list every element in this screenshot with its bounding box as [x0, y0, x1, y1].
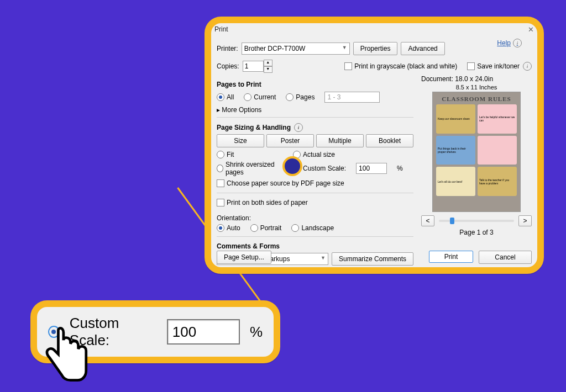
preview-card: Let's all do our best! — [436, 167, 475, 196]
tab-poster[interactable]: Poster — [266, 134, 314, 147]
custom-scale-pct: % — [397, 165, 403, 172]
grayscale-checkbox[interactable]: Print in grayscale (black and white) — [344, 62, 457, 70]
orient-auto[interactable]: Auto — [217, 224, 240, 232]
radio-current[interactable]: Current — [244, 93, 276, 101]
preview-poster-title: CLASSROOM RULES — [436, 96, 517, 102]
help-link[interactable]: Help i — [497, 39, 522, 47]
preview-prev-button[interactable]: < — [421, 215, 434, 226]
orient-portrait[interactable]: Portrait — [250, 224, 282, 232]
printer-label: Printer: — [217, 45, 238, 52]
print-preview: CLASSROOM RULES Keep our classroom clean… — [432, 92, 521, 212]
spinner-down-icon[interactable]: ▼ — [264, 66, 272, 73]
preview-next-button[interactable]: > — [518, 215, 532, 226]
copies-spinner[interactable]: ▲▼ — [243, 60, 272, 73]
sizing-title: Page Sizing & Handling i — [217, 123, 413, 132]
preview-card: Talk to the teacher if you have a proble… — [478, 167, 517, 196]
pages-to-print-title: Pages to Print — [217, 81, 413, 88]
preview-card: Keep our classroom clean — [436, 104, 475, 134]
cancel-button[interactable]: Cancel — [479, 251, 532, 264]
info-icon[interactable]: i — [294, 123, 303, 132]
more-options-toggle[interactable]: ▸ More Options — [217, 106, 413, 114]
tab-multiple[interactable]: Multiple — [316, 134, 364, 147]
dialog-title: Print — [214, 25, 228, 33]
choose-paper-checkbox[interactable]: Choose paper source by PDF page size — [217, 179, 344, 187]
pages-range-input[interactable]: 1 - 3 — [324, 92, 380, 103]
radio-all[interactable]: All — [217, 93, 234, 101]
preview-card: Put things back in their proper shelves — [436, 136, 475, 165]
radio-shrink[interactable]: Shrink oversized pages — [217, 161, 283, 176]
radio-pages[interactable]: Pages — [286, 93, 315, 101]
info-icon[interactable]: i — [523, 62, 532, 71]
tab-size[interactable]: Size — [217, 134, 264, 147]
spinner-up-icon[interactable]: ▲ — [264, 60, 272, 66]
close-icon[interactable]: ✕ — [528, 25, 534, 34]
paper-size-info: 8.5 x 11 Inches — [421, 84, 532, 91]
print-both-sides-checkbox[interactable]: Print on both sides of paper — [217, 199, 308, 206]
page-indicator: Page 1 of 3 — [421, 229, 532, 236]
page-setup-button[interactable]: Page Setup... — [217, 251, 271, 264]
document-info: Document: 18.0 x 24.0in — [421, 75, 532, 83]
orientation-title: Orientation: — [217, 214, 413, 222]
printer-select[interactable]: Brother DCP-T700W ▼ — [242, 43, 350, 55]
copies-label: Copies: — [217, 62, 239, 70]
custom-scale-input[interactable]: 100 — [356, 163, 387, 174]
info-icon: i — [513, 39, 522, 47]
print-button[interactable]: Print — [429, 251, 473, 263]
chevron-down-icon: ▼ — [342, 45, 347, 50]
printer-select-value: Brother DCP-T700W — [244, 45, 306, 52]
comments-title: Comments & Forms — [217, 242, 413, 250]
print-dialog-frame: Print ✕ Help i Printer: Brother DCP-T700… — [205, 17, 544, 274]
dialog-titlebar: Print ✕ — [211, 23, 537, 36]
saveink-checkbox[interactable]: Save ink/toner — [467, 62, 520, 70]
radio-actual-size[interactable]: Actual size — [293, 151, 335, 158]
advanced-button[interactable]: Advanced — [401, 42, 444, 55]
radio-fit[interactable]: Fit — [217, 151, 283, 158]
help-label: Help — [497, 39, 511, 47]
tab-booklet[interactable]: Booklet — [366, 134, 413, 147]
orient-landscape[interactable]: Landscape — [291, 224, 334, 232]
print-dialog: Print ✕ Help i Printer: Brother DCP-T700… — [211, 23, 537, 267]
radio-custom-scale[interactable]: Custom Scale: — [293, 165, 346, 172]
preview-zoom-slider[interactable] — [439, 220, 514, 222]
saveink-label: Save ink/toner — [477, 62, 520, 70]
copies-input[interactable] — [243, 61, 264, 72]
preview-card: Let's be helpful whenever we can — [478, 104, 517, 134]
cursor-hand-icon — [39, 325, 92, 390]
grayscale-label: Print in grayscale (black and white) — [354, 62, 457, 70]
properties-button[interactable]: Properties — [353, 42, 398, 55]
callout-pct: % — [250, 324, 263, 341]
callout-scale-input[interactable]: 100 — [167, 319, 240, 345]
preview-card — [478, 136, 517, 165]
